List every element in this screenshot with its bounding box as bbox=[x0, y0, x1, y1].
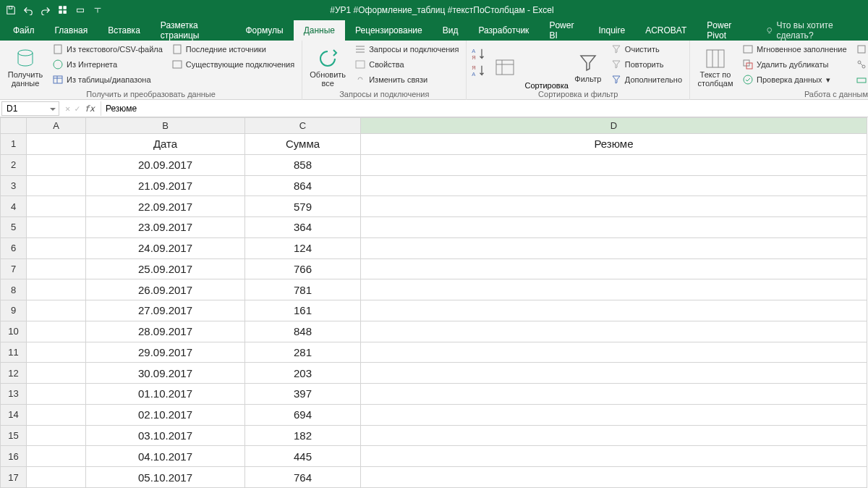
table-row[interactable]: 1503.10.2017182 bbox=[1, 425, 867, 446]
cell[interactable] bbox=[27, 196, 86, 217]
sort-button[interactable] bbox=[488, 42, 522, 90]
cell[interactable] bbox=[361, 237, 867, 258]
formula-input[interactable]: Резюме bbox=[101, 101, 868, 116]
row-header[interactable]: 2 bbox=[1, 154, 27, 175]
cell[interactable] bbox=[361, 175, 867, 196]
cell[interactable]: 26.09.2017 bbox=[86, 279, 245, 300]
cell[interactable] bbox=[361, 342, 867, 363]
cell[interactable]: 864 bbox=[245, 175, 361, 196]
cell[interactable] bbox=[27, 300, 86, 321]
row-header[interactable]: 9 bbox=[1, 300, 27, 321]
undo-icon[interactable] bbox=[20, 2, 36, 18]
save-icon[interactable] bbox=[3, 2, 19, 18]
cell[interactable]: 30.09.2017 bbox=[86, 363, 245, 384]
cell[interactable]: 21.09.2017 bbox=[86, 175, 245, 196]
get-data-button[interactable]: Получить данные bbox=[4, 42, 46, 90]
cell[interactable] bbox=[27, 342, 86, 363]
cell[interactable] bbox=[361, 425, 867, 446]
filter-button[interactable]: Фильтр bbox=[571, 42, 605, 90]
cell[interactable]: Резюме bbox=[361, 134, 867, 155]
cell[interactable] bbox=[361, 279, 867, 300]
cell[interactable]: 05.10.2017 bbox=[86, 467, 245, 488]
consolidate-button[interactable]: Консолидация bbox=[853, 42, 868, 56]
tab-acrobat[interactable]: ACROBAT bbox=[635, 20, 697, 41]
cell[interactable] bbox=[27, 425, 86, 446]
cancel-icon[interactable]: ✕ bbox=[65, 104, 70, 114]
cell[interactable] bbox=[27, 404, 86, 425]
table-row[interactable]: 220.09.2017858 bbox=[1, 154, 867, 175]
cell[interactable] bbox=[27, 217, 86, 238]
cell[interactable]: 23.09.2017 bbox=[86, 217, 245, 238]
advanced-filter-button[interactable]: Дополнительно bbox=[608, 72, 685, 87]
col-D[interactable]: D bbox=[361, 118, 867, 134]
row-header[interactable]: 15 bbox=[1, 425, 27, 446]
qat-icon[interactable] bbox=[55, 2, 71, 18]
col-B[interactable]: B bbox=[86, 118, 245, 134]
edit-links-button[interactable]: Изменить связи bbox=[352, 72, 461, 87]
row-header[interactable]: 7 bbox=[1, 258, 27, 279]
table-row[interactable]: 1705.10.2017764 bbox=[1, 467, 867, 488]
table-row[interactable]: 1129.09.2017281 bbox=[1, 342, 867, 363]
row-header[interactable]: 1 bbox=[1, 134, 27, 155]
cell[interactable] bbox=[361, 404, 867, 425]
remove-dup-button[interactable]: Удалить дубликаты bbox=[739, 57, 850, 72]
table-row[interactable]: 1402.10.2017694 bbox=[1, 404, 867, 425]
cell[interactable]: 29.09.2017 bbox=[86, 342, 245, 363]
text-to-columns-button[interactable]: Текст по столбцам bbox=[694, 42, 736, 90]
from-csv-button[interactable]: Из текстового/CSV-файла bbox=[49, 42, 166, 56]
cell[interactable]: 27.09.2017 bbox=[86, 300, 245, 321]
tab-review[interactable]: Рецензирование bbox=[345, 20, 433, 41]
tab-inquire[interactable]: Inquire bbox=[588, 20, 635, 41]
cell[interactable] bbox=[27, 175, 86, 196]
table-row[interactable]: 1028.09.2017848 bbox=[1, 321, 867, 342]
cell[interactable]: 858 bbox=[245, 154, 361, 175]
data-model-button[interactable]: Управление моделью данных bbox=[853, 72, 868, 87]
sheet-table[interactable]: A B C D 1ДатаСуммаРезюме220.09.201785832… bbox=[0, 117, 867, 488]
cell[interactable]: Дата bbox=[86, 134, 245, 155]
cell[interactable]: 579 bbox=[245, 196, 361, 217]
cell[interactable]: 24.09.2017 bbox=[86, 237, 245, 258]
relationships-button[interactable]: Отношения bbox=[853, 57, 868, 72]
qat-icon-2[interactable] bbox=[72, 2, 88, 18]
table-row[interactable]: 725.09.2017766 bbox=[1, 258, 867, 279]
cell[interactable]: 397 bbox=[245, 384, 361, 405]
cell[interactable]: 01.10.2017 bbox=[86, 384, 245, 405]
qat-more-icon[interactable] bbox=[90, 2, 106, 18]
cell[interactable] bbox=[27, 321, 86, 342]
cell[interactable]: 22.09.2017 bbox=[86, 196, 245, 217]
tab-insert[interactable]: Вставка bbox=[98, 20, 150, 41]
row-header[interactable]: 6 bbox=[1, 237, 27, 258]
cell[interactable]: 848 bbox=[245, 321, 361, 342]
cell[interactable]: 182 bbox=[245, 425, 361, 446]
tab-data[interactable]: Данные bbox=[294, 20, 345, 41]
table-row[interactable]: 624.09.2017124 bbox=[1, 237, 867, 258]
table-row[interactable]: 826.09.2017781 bbox=[1, 279, 867, 300]
table-row[interactable]: 1301.10.2017397 bbox=[1, 384, 867, 405]
cell[interactable] bbox=[361, 217, 867, 238]
tab-view[interactable]: Вид bbox=[433, 20, 469, 41]
cell[interactable] bbox=[27, 237, 86, 258]
data-validation-button[interactable]: Проверка данных▾ bbox=[739, 72, 850, 87]
table-row[interactable]: 927.09.2017161 bbox=[1, 300, 867, 321]
select-all-corner[interactable] bbox=[1, 118, 27, 134]
tell-me[interactable]: Что вы хотите сделать? bbox=[755, 20, 865, 41]
table-row[interactable]: 321.09.2017864 bbox=[1, 175, 867, 196]
cell[interactable]: 764 bbox=[245, 467, 361, 488]
tab-home[interactable]: Главная bbox=[45, 20, 98, 41]
col-A[interactable]: A bbox=[27, 118, 86, 134]
fx-icon[interactable]: fx bbox=[84, 104, 94, 114]
cell[interactable] bbox=[27, 279, 86, 300]
cell[interactable]: 766 bbox=[245, 258, 361, 279]
row-header[interactable]: 10 bbox=[1, 321, 27, 342]
cell[interactable] bbox=[27, 467, 86, 488]
cell[interactable]: 02.10.2017 bbox=[86, 404, 245, 425]
tab-layout[interactable]: Разметка страницы bbox=[150, 20, 236, 41]
cell[interactable]: 203 bbox=[245, 363, 361, 384]
from-range-button[interactable]: Из таблицы/диапазона bbox=[49, 72, 166, 87]
cell[interactable]: 781 bbox=[245, 279, 361, 300]
cell[interactable] bbox=[361, 196, 867, 217]
cell[interactable]: 03.10.2017 bbox=[86, 425, 245, 446]
row-header[interactable]: 12 bbox=[1, 363, 27, 384]
cell[interactable]: 25.09.2017 bbox=[86, 258, 245, 279]
cell[interactable]: 20.09.2017 bbox=[86, 154, 245, 175]
